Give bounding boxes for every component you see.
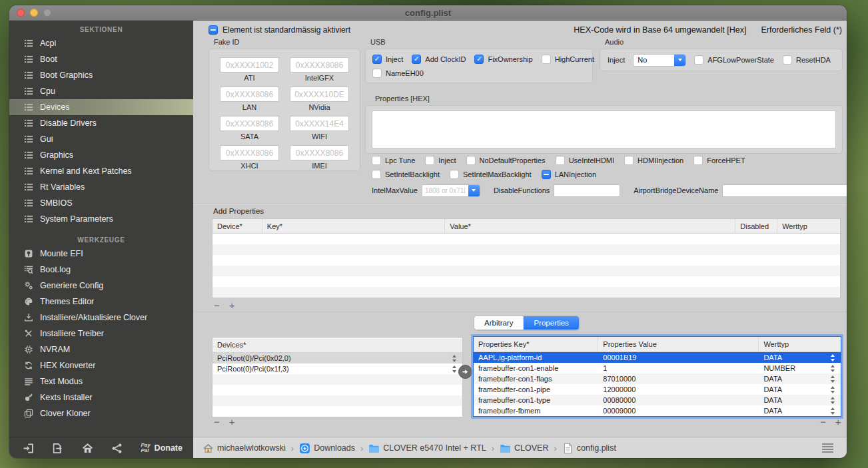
minimize-button[interactable] xyxy=(30,9,38,17)
usb-fixownership-checkbox[interactable] xyxy=(474,55,484,64)
remove-row-button[interactable]: − xyxy=(214,300,220,310)
column-header-disabled[interactable]: Disabled xyxy=(735,219,777,233)
table-row[interactable] xyxy=(213,255,840,266)
fake-id-intelgfx-input[interactable] xyxy=(290,57,349,73)
property-row[interactable]: framebuffer-con1-type00080000DATA xyxy=(474,395,841,405)
donate-button[interactable]: PayPalDonate xyxy=(141,443,183,454)
share-icon[interactable] xyxy=(111,443,123,454)
fake-id-nvidia-input[interactable] xyxy=(290,87,349,102)
default-enabled-checkbox[interactable] xyxy=(209,25,218,35)
device-row[interactable]: PciRoot(0)/Pci(0x02,0) xyxy=(213,353,462,363)
sidebar-tool-hex-konverter[interactable]: HEX Konverter xyxy=(9,357,193,373)
property-row[interactable]: framebuffer-con1-enable1NUMBER xyxy=(474,363,841,373)
stepper-icon[interactable] xyxy=(452,355,458,362)
table-row[interactable] xyxy=(213,406,462,417)
fake-id-xhci-input[interactable] xyxy=(220,145,279,160)
flag-inject-checkbox[interactable] xyxy=(425,156,434,165)
table-row[interactable] xyxy=(213,276,840,287)
column-header-devices[interactable]: Devices* xyxy=(213,338,462,352)
fake-id-lan-input[interactable] xyxy=(220,87,279,102)
disable-functions-input[interactable] xyxy=(554,184,620,197)
column-header-value[interactable]: Value* xyxy=(445,219,735,233)
table-row[interactable] xyxy=(213,287,840,298)
breadcrumb-item-clover-e5470-intel-rtl[interactable]: CLOVER e5470 Intel + RTL xyxy=(368,443,486,454)
column-header-properties-value[interactable]: Properties Value xyxy=(598,337,759,351)
breadcrumb-item-downloads[interactable]: Downloads xyxy=(299,443,355,454)
table-row[interactable] xyxy=(213,266,840,276)
property-row[interactable]: framebuffer-con1-pipe12000000DATA xyxy=(474,384,841,395)
breadcrumb-item-clover[interactable]: CLOVER xyxy=(500,443,548,454)
sidebar-tool-clover-kloner[interactable]: Clover Kloner xyxy=(9,405,193,421)
export-icon[interactable] xyxy=(52,443,63,454)
table-row[interactable] xyxy=(213,395,462,406)
column-header-properties-key[interactable]: Properties Key* xyxy=(474,337,598,351)
property-row[interactable]: framebuffer-con1-flags87010000DATA xyxy=(474,373,841,384)
flag-forcehpet-checkbox[interactable] xyxy=(693,156,703,165)
home-icon[interactable] xyxy=(82,443,93,454)
audio-resethda-checkbox[interactable] xyxy=(783,55,792,65)
table-row[interactable] xyxy=(213,374,462,385)
stepper-icon[interactable] xyxy=(830,375,836,383)
fake-id-ati-input[interactable] xyxy=(220,57,279,73)
login-icon[interactable] xyxy=(23,443,34,454)
usb-add-clockid-checkbox[interactable] xyxy=(412,55,421,64)
breadcrumb-item-config-plist[interactable]: config.plist xyxy=(562,443,616,454)
flag-laninjection-checkbox[interactable] xyxy=(542,170,551,179)
remove-device-button[interactable]: − xyxy=(214,417,220,427)
sidebar-tool-nvram[interactable]: NVRAM xyxy=(9,342,193,357)
path-menu-icon[interactable] xyxy=(822,443,833,453)
add-properties-table[interactable]: Device*Key*Value*DisabledWerttyp xyxy=(212,218,841,298)
properties-hex-textarea[interactable] xyxy=(372,111,836,148)
sidebar-item-devices[interactable]: Devices xyxy=(9,99,193,115)
sidebar-tool-themes-editor[interactable]: Themes Editor xyxy=(9,294,193,310)
airport-bridge-input[interactable] xyxy=(722,184,847,197)
sidebar-item-system-parameters[interactable]: System Parameters xyxy=(9,211,193,227)
add-device-button[interactable]: + xyxy=(229,417,235,427)
fake-id-imei-input[interactable] xyxy=(290,145,349,160)
column-header-werttyp[interactable]: Werttyp xyxy=(759,337,841,351)
sidebar-item-rt-variables[interactable]: Rt Variables xyxy=(9,179,193,195)
flag-useintelhdmi-checkbox[interactable] xyxy=(556,156,565,165)
stepper-icon[interactable] xyxy=(830,365,836,372)
sidebar-item-boot[interactable]: Boot xyxy=(9,51,193,67)
zoom-button[interactable] xyxy=(43,9,51,17)
sidebar-tool-kexts-installer[interactable]: Kexts Installer xyxy=(9,389,193,405)
sidebar-tool-generiere-config[interactable]: Generiere Config xyxy=(9,278,193,294)
audio-afglowpowerstate-checkbox[interactable] xyxy=(694,55,703,65)
usb-inject-checkbox[interactable] xyxy=(372,55,382,64)
table-row[interactable] xyxy=(213,385,462,395)
flag-setintelmaxbacklight-checkbox[interactable] xyxy=(450,170,459,179)
stepper-icon[interactable] xyxy=(830,386,836,393)
sidebar-item-graphics[interactable]: Graphics xyxy=(9,147,193,163)
close-button[interactable] xyxy=(17,9,25,17)
breadcrumb-item-michaelwlotkowski[interactable]: michaelwlotkowski xyxy=(203,443,286,454)
properties-table[interactable]: Properties Key*Properties ValueWerttypAA… xyxy=(473,336,841,417)
sidebar-item-kernel-and-kext-patches[interactable]: Kernel and Kext Patches xyxy=(9,163,193,179)
fake-id-sata-input[interactable] xyxy=(220,116,279,131)
flag-setintelbacklight-checkbox[interactable] xyxy=(372,170,381,179)
usb-nameeh00-checkbox[interactable] xyxy=(372,69,382,78)
add-property-button[interactable]: + xyxy=(835,417,841,427)
column-header-werttyp[interactable]: Werttyp xyxy=(777,219,840,233)
audio-inject-select[interactable]: No xyxy=(633,54,686,67)
stepper-icon[interactable] xyxy=(452,365,458,373)
sidebar-item-acpi[interactable]: Acpi xyxy=(9,35,193,51)
table-row[interactable] xyxy=(213,234,840,244)
sidebar-tool-mounte-efi[interactable]: Mounte EFI xyxy=(9,246,193,262)
property-row[interactable]: framebuffer-fbmem00009000DATA xyxy=(474,405,841,416)
intel-max-value-combobox[interactable] xyxy=(422,184,480,197)
sidebar-item-cpu[interactable]: Cpu xyxy=(9,83,193,99)
stepper-icon[interactable] xyxy=(830,407,836,415)
flag-lpc-tune-checkbox[interactable] xyxy=(372,156,381,165)
sidebar-tool-text-modus[interactable]: Text Modus xyxy=(9,373,193,389)
sidebar-item-gui[interactable]: Gui xyxy=(9,131,193,147)
sidebar-item-smbios[interactable]: SMBIOS xyxy=(9,195,193,211)
devices-table[interactable]: Devices*PciRoot(0)/Pci(0x02,0)PciRoot(0)… xyxy=(212,337,463,417)
device-row[interactable]: PciRoot(0)/Pci(0x1f,3) xyxy=(213,363,462,374)
sidebar-item-boot-graphics[interactable]: Boot Graphics xyxy=(9,67,193,83)
flag-hdmiinjection-checkbox[interactable] xyxy=(624,156,634,165)
fake-id-wifi-input[interactable] xyxy=(290,116,349,131)
sidebar-tool-installiere-treiber[interactable]: Installiere Treiber xyxy=(9,326,193,342)
sidebar-tool-installiere-aktualisiere-clover[interactable]: Installiere/Aktualisiere Clover xyxy=(9,310,193,326)
sidebar-item-disable-drivers[interactable]: Disable Drivers xyxy=(9,115,193,131)
